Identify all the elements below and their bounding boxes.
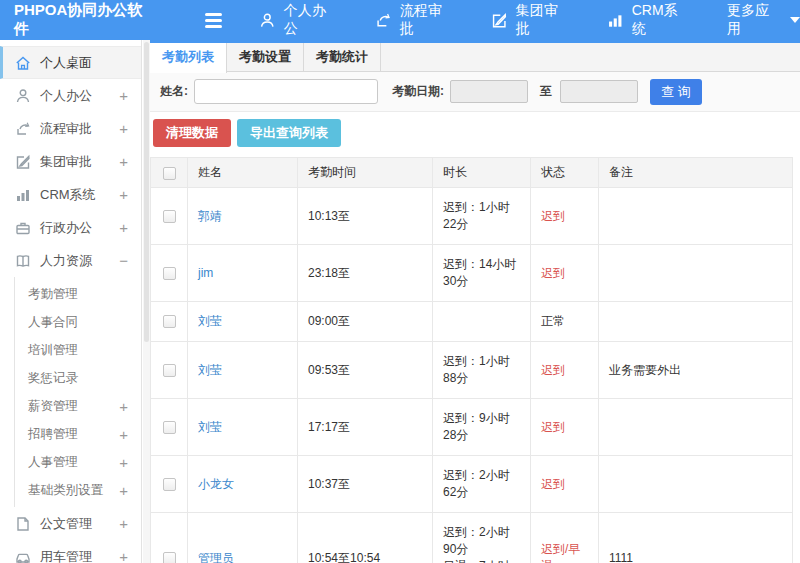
sidebar-subitem-hr-contract[interactable]: 人事合同 — [15, 308, 141, 336]
sidebar-item-human-resources[interactable]: 人力资源 − — [0, 244, 141, 277]
table-row: 刘莹09:53至迟到：1小时88分迟到业务需要外出 — [151, 342, 793, 399]
expand-toggle[interactable]: + — [119, 120, 128, 137]
tab-attendance-list[interactable]: 考勤列表 — [150, 43, 227, 73]
sidebar-item-vehicle-management[interactable]: 用车管理 + — [0, 540, 141, 563]
sidebar: 个人桌面 个人办公 + 流程审批 + 集团审批 + CRM系统 + 行政办公 — [0, 40, 142, 563]
employee-name-link[interactable]: 小龙女 — [198, 477, 234, 491]
tab-attendance-statistics[interactable]: 考勤统计 — [304, 43, 381, 71]
scrollbar-thumb[interactable] — [144, 42, 149, 342]
clear-data-button[interactable]: 清理数据 — [153, 119, 231, 147]
sidebar-item-personal-office[interactable]: 个人办公 + — [0, 79, 141, 112]
table-header-row: 姓名 考勤时间 时长 状态 备注 — [151, 158, 793, 188]
topnav-personal-office[interactable]: 个人办公 — [259, 2, 338, 38]
sidebar-subitem-label: 招聘管理 — [28, 426, 119, 443]
expand-toggle[interactable]: + — [119, 515, 128, 532]
sidebar-subitem-training-management[interactable]: 培训管理 — [15, 336, 141, 364]
sidebar-subitem-reward-punishment[interactable]: 奖惩记录 — [15, 364, 141, 392]
sidebar-scrollbar[interactable] — [143, 40, 150, 563]
sidebar-subitem-personnel-management[interactable]: 人事管理 + — [15, 448, 141, 476]
column-header-status: 状态 — [531, 158, 599, 188]
sidebar-item-label: 人力资源 — [40, 252, 119, 270]
note-text: 业务需要外出 — [599, 342, 793, 399]
bar-chart-icon — [15, 187, 31, 203]
sidebar-item-label: 个人办公 — [40, 87, 119, 105]
sidebar-item-document-management[interactable]: 公文管理 + — [0, 507, 141, 540]
expand-toggle[interactable]: + — [119, 548, 128, 563]
edit-icon — [491, 12, 508, 29]
employee-name-link[interactable]: 管理员 — [198, 551, 234, 563]
attendance-time: 23:18至 — [298, 245, 433, 302]
row-checkbox[interactable] — [163, 552, 176, 563]
sidebar-subitem-attendance-management[interactable]: 考勤管理 — [15, 280, 141, 308]
date-to-input[interactable] — [560, 80, 638, 103]
attendance-time: 10:37至 — [298, 456, 433, 513]
status-text: 迟到 — [531, 456, 599, 513]
expand-toggle[interactable]: + — [119, 482, 128, 499]
tab-attendance-settings[interactable]: 考勤设置 — [227, 43, 304, 71]
expand-toggle[interactable]: + — [119, 454, 128, 471]
sidebar-subitem-label: 基础类别设置 — [28, 482, 119, 499]
employee-name-link[interactable]: 刘莹 — [198, 420, 222, 434]
note-text — [599, 456, 793, 513]
topnav-group-approval[interactable]: 集团审批 — [491, 2, 570, 38]
export-list-button[interactable]: 导出查询列表 — [237, 119, 341, 147]
row-checkbox[interactable] — [163, 210, 176, 223]
topnav-workflow-approval[interactable]: 流程审批 — [375, 2, 454, 38]
sidebar-item-crm-system[interactable]: CRM系统 + — [0, 178, 141, 211]
sidebar-subitem-recruitment-management[interactable]: 招聘管理 + — [15, 420, 141, 448]
sidebar-subitem-label: 薪资管理 — [28, 398, 119, 415]
employee-name-link[interactable]: 郭靖 — [198, 209, 222, 223]
employee-name-link[interactable]: 刘莹 — [198, 314, 222, 328]
status-text: 迟到 — [531, 342, 599, 399]
caret-down-icon — [790, 17, 800, 23]
app-brand: PHPOA协同办公软件 — [14, 1, 147, 39]
employee-name-link[interactable]: 刘莹 — [198, 363, 222, 377]
collapse-toggle[interactable]: − — [119, 252, 128, 269]
expand-toggle[interactable]: + — [119, 87, 128, 104]
expand-toggle[interactable]: + — [119, 219, 128, 236]
sidebar-item-admin-office[interactable]: 行政办公 + — [0, 211, 141, 244]
sidebar-subitem-base-category-settings[interactable]: 基础类别设置 + — [15, 476, 141, 504]
date-from-input[interactable] — [450, 80, 528, 103]
sidebar-item-group-approval[interactable]: 集团审批 + — [0, 145, 141, 178]
sidebar-subitem-label: 考勤管理 — [28, 286, 128, 303]
action-bar: 清理数据 导出查询列表 — [150, 112, 800, 154]
query-button[interactable]: 查 询 — [650, 79, 702, 105]
employee-name-link[interactable]: jim — [198, 266, 213, 280]
duration-cell — [433, 302, 531, 342]
select-all-checkbox[interactable] — [163, 167, 176, 180]
sidebar-subitem-label: 培训管理 — [28, 342, 128, 359]
expand-toggle[interactable]: + — [119, 426, 128, 443]
duration-cell: 迟到：14小时30分 — [433, 245, 531, 302]
row-checkbox[interactable] — [163, 478, 176, 491]
topnav-label: 更多应用 — [727, 2, 781, 38]
row-checkbox[interactable] — [163, 364, 176, 377]
expand-toggle[interactable]: + — [119, 186, 128, 203]
table-row: 管理员10:54至10:54迟到：2小时90分早退：7小时10分迟到/早退111… — [151, 513, 793, 563]
note-text — [599, 245, 793, 302]
column-header-time: 考勤时间 — [298, 158, 433, 188]
sidebar-item-personal-desktop[interactable]: 个人桌面 — [0, 46, 141, 79]
date-range-to-label: 至 — [540, 83, 552, 100]
expand-toggle[interactable]: + — [119, 153, 128, 170]
name-filter-input[interactable] — [194, 79, 378, 104]
topnav-more-apps[interactable]: 更多应用 — [727, 2, 800, 38]
sidebar-item-workflow-approval[interactable]: 流程审批 + — [0, 112, 141, 145]
menu-toggle-icon[interactable] — [205, 13, 223, 28]
status-text: 迟到 — [531, 188, 599, 245]
expand-toggle[interactable]: + — [119, 398, 128, 415]
column-header-note: 备注 — [599, 158, 793, 188]
topnav-label: 个人办公 — [284, 2, 338, 38]
top-navigation: 个人办公 流程审批 集团审批 CRM系统 更多应用 — [222, 2, 800, 38]
note-text — [599, 399, 793, 456]
sidebar-subitem-salary-management[interactable]: 薪资管理 + — [15, 392, 141, 420]
note-text — [599, 302, 793, 342]
topnav-crm-system[interactable]: CRM系统 — [607, 2, 690, 38]
row-checkbox[interactable] — [163, 315, 176, 328]
duration-cell: 迟到：1小时22分 — [433, 188, 531, 245]
car-icon — [15, 549, 31, 563]
row-checkbox[interactable] — [163, 421, 176, 434]
row-checkbox[interactable] — [163, 267, 176, 280]
topbar: PHPOA协同办公软件 个人办公 流程审批 集团审批 CRM系统 — [0, 0, 800, 40]
table-row: 小龙女10:37至迟到：2小时62分迟到 — [151, 456, 793, 513]
